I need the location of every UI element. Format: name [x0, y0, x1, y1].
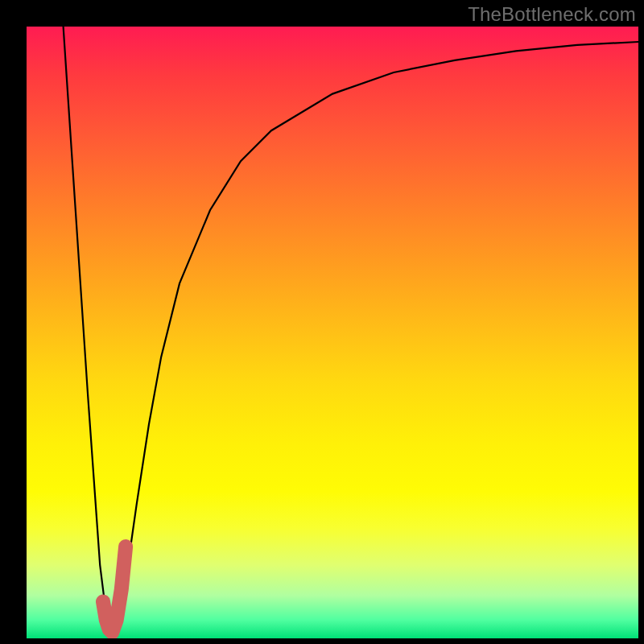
watermark-text: TheBottleneck.com	[468, 3, 636, 26]
chart-svg	[27, 27, 638, 638]
plot-area	[27, 27, 638, 638]
chart-container: TheBottleneck.com	[0, 0, 644, 644]
bottleneck-curve	[64, 27, 638, 632]
optimal-marker	[103, 547, 126, 632]
